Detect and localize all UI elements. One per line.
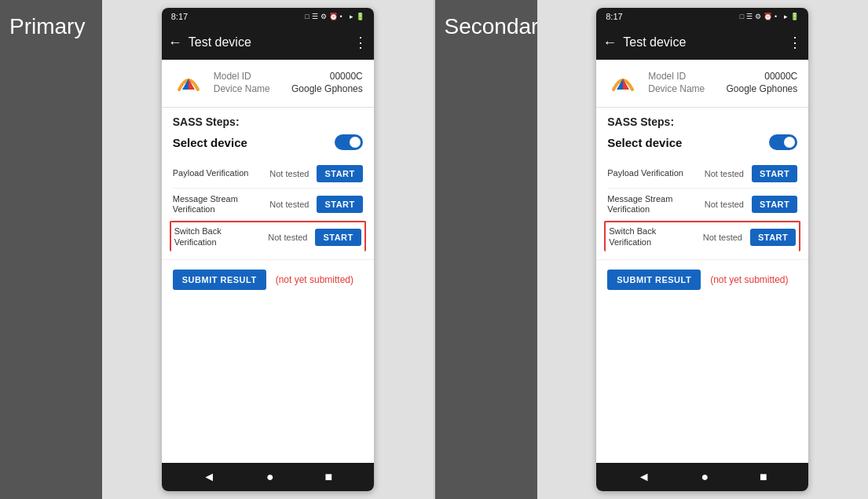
primary-model-label: Model ID (214, 71, 251, 82)
s-dots-icon: • (775, 13, 777, 20)
primary-device-name-row: Device Name Google Gphones (214, 83, 363, 94)
secondary-nav-back[interactable]: ◄ (638, 470, 650, 484)
primary-spacer (162, 299, 374, 463)
primary-device-name-label: Device Name (214, 83, 270, 94)
s-settings-icon: ⚙ (755, 13, 761, 20)
secondary-top-bar: ← Test device ⋮ (596, 25, 808, 60)
secondary-status-icons: □ ☰ ⚙ ⏰ • ▸ 🔋 (740, 13, 800, 20)
settings-icon: ⚙ (320, 13, 327, 20)
primary-status-bar: 8:17 □ ☰ ⚙ ⏰ • ▸ 🔋 (162, 8, 374, 25)
secondary-submit-status: (not yet submitted) (710, 274, 788, 285)
primary-status-icons: □ ☰ ⚙ ⏰ • ▸ 🔋 (305, 13, 364, 20)
secondary-select-device-label: Select device (607, 136, 682, 149)
secondary-step-1-name: Payload Verification (607, 168, 697, 178)
secondary-submit-section: SUBMIT RESULT (not yet submitted) (596, 259, 808, 299)
secondary-submit-button[interactable]: SUBMIT RESULT (607, 270, 701, 290)
primary-step-3: Switch Back Verification Not tested STAR… (170, 221, 366, 251)
primary-step-3-start-btn[interactable]: START (315, 229, 361, 246)
secondary-device-name-row: Device Name Google Gphones (648, 83, 797, 94)
secondary-model-label: Model ID (648, 71, 686, 82)
secondary-spacer (596, 299, 808, 463)
primary-step-3-status: Not tested (263, 233, 312, 242)
secondary-nav-home[interactable]: ● (701, 470, 709, 484)
primary-step-1-start-btn[interactable]: START (317, 165, 362, 182)
secondary-nav-recents[interactable]: ■ (760, 470, 767, 484)
primary-nav-bar: ◄ ● ■ (162, 463, 374, 491)
secondary-step-1: Payload Verification Not tested START (607, 160, 797, 189)
secondary-step-3: Switch Back Verification Not tested STAR… (604, 221, 800, 251)
primary-sass-content: SASS Steps: Select device Payload Verifi… (162, 108, 374, 259)
primary-step-2-name: Message StreamVerification (173, 194, 262, 215)
primary-screen-title: Test device (189, 35, 347, 50)
alarm-icon: ⏰ (329, 13, 338, 20)
s-wifi2-icon: ▸ (784, 13, 788, 20)
secondary-select-device-row: Select device (607, 134, 797, 150)
secondary-phone: 8:17 □ ☰ ⚙ ⏰ • ▸ 🔋 ← Test device ⋮ (596, 8, 808, 491)
primary-select-device-toggle[interactable] (335, 134, 363, 150)
secondary-device-info: Model ID 00000C Device Name Google Gphon… (648, 71, 797, 96)
secondary-step-2-name: Message StreamVerification (607, 194, 697, 215)
secondary-step-3-start-btn[interactable]: START (750, 229, 796, 246)
primary-step-2-start-btn[interactable]: START (317, 196, 362, 213)
secondary-device-card: Model ID 00000C Device Name Google Gphon… (596, 60, 808, 108)
secondary-select-device-toggle[interactable] (769, 134, 797, 150)
primary-step-2-status: Not tested (265, 200, 313, 209)
primary-phone-container: 8:17 □ ☰ ⚙ ⏰ • ▸ 🔋 ← Test device ⋮ (102, 0, 434, 499)
primary-menu-button[interactable]: ⋮ (353, 34, 368, 51)
secondary-step-2-start-btn[interactable]: START (752, 196, 797, 213)
primary-nav-back[interactable]: ◄ (203, 470, 215, 484)
s-wifi-icon: □ (740, 13, 744, 20)
primary-time: 8:17 (171, 12, 188, 21)
wifi-icon: □ (305, 13, 309, 20)
primary-device-info: Model ID 00000C Device Name Google Gphon… (214, 71, 363, 96)
secondary-time: 8:17 (606, 12, 622, 21)
secondary-sass-title: SASS Steps: (607, 116, 797, 128)
primary-submit-button[interactable]: SUBMIT RESULT (173, 270, 266, 290)
primary-model-value: 00000C (330, 71, 363, 82)
primary-label: Primary (0, 0, 102, 499)
s-battery-icon: 🔋 (790, 13, 799, 20)
primary-step-1-name: Payload Verification (173, 168, 262, 178)
secondary-step-3-status: Not tested (698, 233, 747, 242)
dots-icon: • (340, 13, 342, 20)
primary-device-name-value: Google Gphones (291, 83, 363, 94)
primary-back-button[interactable]: ← (168, 35, 182, 51)
primary-submit-status: (not yet submitted) (276, 274, 353, 285)
primary-device-card: Model ID 00000C Device Name Google Gphon… (162, 60, 374, 108)
primary-step-3-name: Switch Back Verification (174, 226, 261, 247)
secondary-model-row: Model ID 00000C (648, 71, 797, 82)
primary-top-bar: ← Test device ⋮ (162, 25, 374, 60)
primary-step-1-status: Not tested (265, 169, 313, 178)
secondary-step-3-name: Switch Back Verification (609, 226, 695, 247)
primary-select-device-row: Select device (173, 134, 363, 150)
secondary-step-2: Message StreamVerification Not tested ST… (607, 189, 797, 221)
secondary-step-1-start-btn[interactable]: START (752, 165, 797, 182)
secondary-model-value: 00000C (764, 71, 797, 82)
secondary-screen-title: Test device (623, 35, 782, 50)
secondary-device-name-value: Google Gphones (727, 83, 798, 94)
primary-submit-section: SUBMIT RESULT (not yet submitted) (162, 259, 374, 299)
secondary-panel: Secondary 8:17 □ ☰ ⚙ ⏰ • ▸ 🔋 ← Test dev (435, 0, 869, 499)
secondary-label: Secondary (435, 0, 537, 499)
battery-icon: 🔋 (356, 13, 364, 20)
signal-icon: ☰ (312, 13, 318, 20)
secondary-device-name-label: Device Name (648, 83, 705, 94)
primary-select-device-label: Select device (173, 136, 247, 149)
secondary-device-logo (607, 68, 639, 99)
secondary-step-2-status: Not tested (700, 200, 749, 209)
s-signal-icon: ☰ (746, 13, 753, 20)
primary-panel: Primary 8:17 □ ☰ ⚙ ⏰ • ▸ 🔋 ← Test devic (0, 0, 434, 499)
wifi2-icon: ▸ (350, 13, 353, 20)
secondary-nav-bar: ◄ ● ■ (596, 463, 808, 491)
secondary-back-button[interactable]: ← (602, 35, 617, 51)
primary-step-2: Message StreamVerification Not tested ST… (173, 189, 363, 221)
s-alarm-icon: ⏰ (764, 13, 772, 20)
primary-nav-recents[interactable]: ■ (325, 470, 333, 484)
primary-model-row: Model ID 00000C (214, 71, 363, 82)
primary-device-logo (173, 68, 204, 99)
primary-nav-home[interactable]: ● (266, 470, 274, 484)
secondary-menu-button[interactable]: ⋮ (788, 34, 802, 51)
primary-phone: 8:17 □ ☰ ⚙ ⏰ • ▸ 🔋 ← Test device ⋮ (162, 8, 374, 491)
secondary-sass-content: SASS Steps: Select device Payload Verifi… (596, 108, 808, 259)
secondary-step-1-status: Not tested (700, 169, 749, 178)
